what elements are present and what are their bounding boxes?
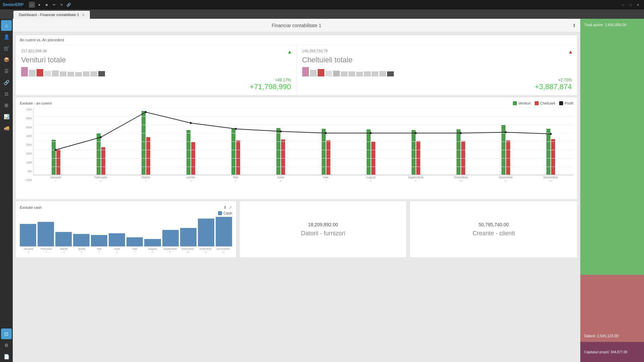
chart-section: Evolutie - an curent Venituri Cheltuieli [15,97,578,199]
month-group-12 [528,108,573,175]
month-group-7 [303,108,348,175]
legend-cheltuieli-label: Cheltuieli [540,101,555,105]
legend-venituri-dot [513,101,517,105]
legend-venituri-label: Venituri [518,101,531,105]
cash-month-label-5: Mai5 [91,247,108,253]
right-panel-capital: Capitaluri proprii: 344,877.00 [580,342,644,362]
cash-bar-3 [55,232,72,246]
cheltuieli-card: 146,289,733.79 ▲ Cheltuieli totale [297,45,578,95]
sidebar-dashboard-icon[interactable]: ⊡ [1,328,12,339]
stop-icon[interactable]: ■ [44,2,50,8]
month-group-10 [438,108,483,175]
pencil-icon[interactable]: ✏ [51,2,57,8]
sidebar-settings-icon[interactable]: ⚙ [1,340,12,351]
cash-month-label-7: Iulie7 [126,247,144,253]
month-group-8 [348,108,393,175]
datorii-title: Datorii - furnizori [301,230,345,237]
dashboard: An curent vs. An precedent 217,822,898.4… [13,32,580,362]
sidebar-grid-icon[interactable]: ⊞ [1,100,12,111]
circle-icon[interactable]: ● [36,2,42,8]
cash-month-label-10: Octombrie10 [179,247,197,253]
sidebar-scale-icon[interactable]: ⚖ [1,88,12,99]
month-label-11: Noiembrie11 [483,176,528,182]
month-group-11 [483,108,528,175]
minimize-button[interactable]: ─ [620,1,627,8]
y-neg10m: -10M [20,178,32,182]
cash-export-icon[interactable]: ⬆ [223,205,227,210]
cash-legend-label: Cash [223,211,232,215]
venituri-bar-3 [142,111,146,175]
y-30m: 30M [20,143,32,146]
x-icon[interactable]: ✕ [58,2,64,8]
sidebar-truck-icon[interactable]: 🚚 [1,123,12,133]
cash-expand-icon[interactable]: ⤢ [229,205,232,210]
month-label-6: Iunie6 [258,176,303,182]
capital-label: Capitaluri proprii: 344,877.00 [584,350,627,354]
cash-bar-1 [20,224,36,246]
legend-profit-dot [559,101,563,105]
sidebar-home-icon[interactable]: ⌂ [1,20,12,31]
cash-bar-2 [38,222,54,246]
export-icon[interactable]: ⬆ [572,23,576,28]
creante-value: 50,785,740.00 [479,222,509,227]
cheltuieli-change-pct: +2.73% [302,78,572,82]
cheltuieli-value: 146,289,733.79 [302,49,572,53]
month-group-1 [34,108,78,175]
cheltuieli-bar-3 [146,137,150,175]
sidebar-chart-icon[interactable]: 📊 [1,111,12,122]
y-20m: 20M [20,152,32,155]
cash-bar-4 [73,234,90,246]
cash-month-label-3: Martie3 [55,247,73,253]
home-icon[interactable]: ⌂ [29,2,35,8]
tab-dashboard[interactable]: Dashboard - Financiar contabilitate 1 ✕ [13,11,90,19]
titlebar: SeniorERP ⌂ ● ■ ✏ ✕ 🔗 ─ □ ✕ [0,0,644,9]
month-label-12: Decembrie12 [528,176,573,182]
cash-month-label-4: Aprilie4 [73,247,91,253]
cheltuieli-mini-bars [302,67,572,76]
bars-container: Ianuarie1Februarie2Martie3Aprilie4Mai5Iu… [33,108,573,185]
venituri-bar-5 [231,129,235,175]
cheltuieli-bar-5 [236,140,240,175]
sidebar-list-icon[interactable]: ☰ [1,66,12,76]
cash-bar-12 [216,217,232,246]
cash-month-label-6: Iunie6 [108,247,126,253]
right-panel-active: Total active: 2,890,000.00 [580,19,644,275]
month-label-5: Mai5 [213,176,258,182]
cash-month-label-9: Septembrie9 [161,247,179,253]
cheltuieli-bar-4 [191,142,195,175]
link-icon[interactable]: 🔗 [66,2,72,8]
venituri-change-pct: +49.17% [21,78,291,82]
y-70m: 70M [20,108,32,111]
maximize-button[interactable]: □ [627,1,634,8]
bars-row [33,108,573,175]
page-title: Financiar contabilitate 1 [272,23,321,28]
venituri-bar-9 [412,130,416,175]
cheltuieli-change-val: +3,887,874 [302,82,572,91]
sidebar-box-icon[interactable]: 📦 [1,54,12,65]
kpi-row: 217,822,898.48 ▲ Venituri totale [16,45,577,95]
sidebar-cart-icon[interactable]: 🛒 [1,43,12,54]
creante-title: Creante - clienti [473,230,515,237]
tab-close-icon[interactable]: ✕ [82,13,85,17]
tab-label: Dashboard - Financiar contabilitate 1 [19,13,79,17]
kpi-section: An curent vs. An precedent 217,822,898.4… [15,35,578,96]
sidebar-doc-icon[interactable]: 📄 [1,351,12,362]
sidebar-link-icon[interactable]: 🔗 [1,77,12,88]
cash-bar-10 [180,228,197,246]
cash-month-label-8: August8 [144,247,161,253]
cheltuieli-bar-12 [551,139,555,175]
venituri-bar-12 [546,129,550,175]
venituri-arrow: ▲ [287,49,292,55]
cash-bar-6 [109,233,125,246]
close-button[interactable]: ✕ [635,1,641,8]
legend-cheltuieli-dot [535,101,539,105]
creante-section: 50,785,740.00 Creante - clienti [410,201,578,258]
cheltuieli-bar-6 [281,139,285,175]
sidebar-user-icon[interactable]: 👤 [1,32,12,42]
y-40m: 40M [20,134,32,138]
sidebar: ⌂ 👤 🛒 📦 ☰ 🔗 ⚖ ⊞ 📊 🚚 ⊡ ⚙ 📄 [0,19,13,362]
cash-bar-9 [162,230,179,246]
venituri-value: 217,822,898.48 [21,49,291,53]
cash-month-labels: Ianuarie1Februarie2Martie3Aprilie4Mai5Iu… [20,247,232,253]
page-header: Financiar contabilitate 1 ⬆ [13,19,580,32]
